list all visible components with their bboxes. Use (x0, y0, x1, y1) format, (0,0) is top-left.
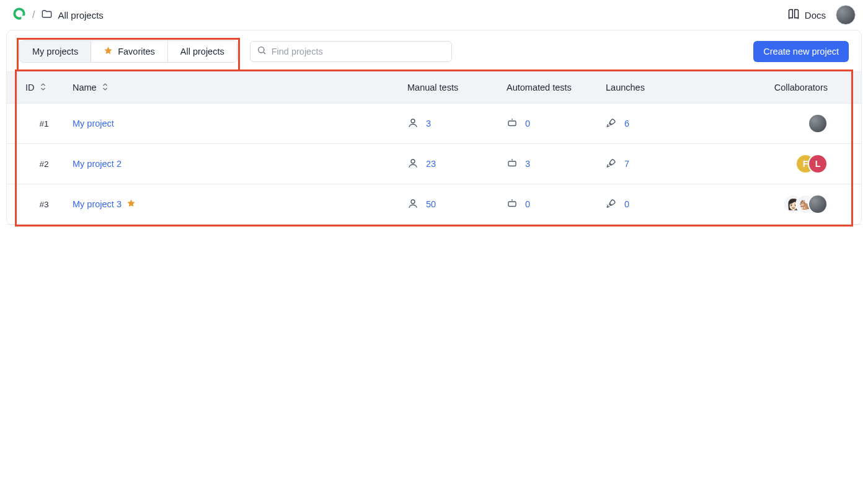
avatar-stack (808, 114, 828, 133)
person-icon (407, 198, 418, 211)
tab-label: All projects (180, 47, 224, 56)
count-link[interactable]: 3 (525, 159, 530, 169)
collaborator-avatar[interactable]: L (808, 154, 828, 174)
search-icon (257, 45, 267, 58)
column-label: ID (25, 83, 35, 92)
collaborator-avatar[interactable] (808, 114, 828, 133)
table-row: #1My project306 (7, 104, 861, 144)
column-header-id[interactable]: ID (16, 83, 73, 92)
count-cell: 3 (507, 158, 606, 171)
svg-rect-1 (21, 16, 26, 20)
count-cell: 0 (507, 117, 606, 130)
person-icon (407, 117, 418, 130)
row-id: #2 (16, 159, 73, 169)
count-cell: 6 (606, 117, 745, 130)
rocket-icon (606, 117, 617, 130)
user-avatar[interactable] (836, 5, 856, 25)
robot-icon (507, 117, 518, 130)
tab-label: My projects (32, 47, 78, 56)
project-tabs: My projects Favorites All projects (19, 40, 237, 63)
tab-label: Favorites (118, 47, 155, 56)
avatar-stack: 👩🏻🐿️ (783, 194, 828, 214)
projects-panel: My projects Favorites All projects Creat… (6, 30, 862, 225)
count-link[interactable]: 23 (426, 159, 436, 169)
column-label: Launches (606, 83, 645, 92)
count-link[interactable]: 50 (426, 199, 436, 209)
project-link[interactable]: My project (73, 119, 114, 128)
rocket-icon (606, 198, 617, 211)
count-cell: 7 (606, 158, 745, 171)
create-project-button[interactable]: Create new project (753, 41, 849, 62)
tab-my-projects[interactable]: My projects (20, 41, 91, 62)
count-link[interactable]: 0 (525, 199, 530, 209)
row-id: #3 (16, 200, 73, 209)
star-icon[interactable] (126, 199, 136, 210)
count-link[interactable]: 7 (624, 159, 629, 169)
count-cell: 0 (606, 198, 745, 211)
count-link[interactable]: 0 (525, 119, 530, 128)
column-label: Collaborators (774, 83, 828, 92)
rocket-icon (606, 158, 617, 171)
search-input[interactable] (272, 47, 445, 56)
column-header-manual-tests: Manual tests (407, 83, 507, 92)
robot-icon (507, 198, 518, 211)
row-name: My project 2 (73, 159, 407, 169)
tab-all-projects[interactable]: All projects (168, 41, 237, 62)
controls-row: My projects Favorites All projects Creat… (7, 30, 861, 71)
avatar-stack: FL (795, 154, 828, 174)
row-collaborators: 👩🏻🐿️ (745, 194, 852, 214)
table-header: ID Name Manual tests Automated tests Lau… (7, 71, 861, 104)
table-row: #3My project 35000👩🏻🐿️ (7, 184, 861, 225)
person-icon (407, 158, 418, 171)
docs-link[interactable]: Docs (787, 8, 826, 22)
row-name: My project 3 (73, 199, 407, 210)
folder-icon (41, 8, 58, 22)
count-cell: 50 (407, 198, 507, 211)
count-cell: 3 (407, 117, 507, 130)
count-link[interactable]: 0 (624, 199, 629, 209)
star-icon (104, 46, 113, 57)
project-link[interactable]: My project 3 (73, 199, 122, 209)
breadcrumb-separator: / (32, 9, 35, 20)
column-header-launches: Launches (606, 83, 745, 92)
collaborator-avatar[interactable] (808, 194, 828, 214)
table-body: #1My project306#2My project 22337FL#3My … (7, 104, 861, 225)
app-logo-icon[interactable] (12, 7, 26, 23)
row-name: My project (73, 119, 407, 128)
column-label: Manual tests (407, 83, 458, 92)
count-link[interactable]: 6 (624, 119, 629, 128)
row-collaborators (745, 114, 852, 133)
top-bar: / All projects Docs (0, 0, 868, 30)
column-label: Name (73, 83, 97, 92)
sort-icon (40, 83, 46, 92)
svg-point-2 (258, 47, 264, 53)
robot-icon (507, 158, 518, 171)
column-header-automated-tests: Automated tests (507, 83, 606, 92)
docs-label: Docs (805, 10, 826, 20)
row-id: #1 (16, 119, 73, 128)
column-label: Automated tests (507, 83, 572, 92)
project-link[interactable]: My project 2 (73, 159, 122, 169)
sort-icon (102, 83, 108, 92)
column-header-collaborators: Collaborators (745, 83, 852, 92)
count-link[interactable]: 3 (426, 119, 431, 128)
count-cell: 23 (407, 158, 507, 171)
tab-favorites[interactable]: Favorites (91, 41, 168, 62)
row-collaborators: FL (745, 154, 852, 174)
column-header-name[interactable]: Name (73, 83, 407, 92)
breadcrumb-current[interactable]: All projects (58, 10, 103, 20)
table-row: #2My project 22337FL (7, 144, 861, 184)
search-box[interactable] (250, 41, 452, 62)
count-cell: 0 (507, 198, 606, 211)
book-icon (787, 8, 800, 22)
